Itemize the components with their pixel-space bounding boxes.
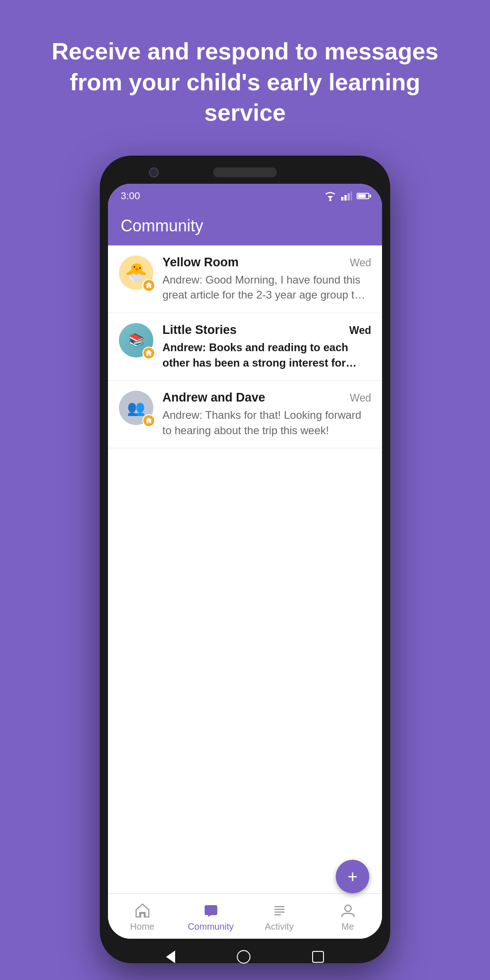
- nav-item-home[interactable]: Home: [108, 902, 176, 932]
- message-preview-yellow-room: Andrew: Good Morning, I have found this …: [162, 272, 371, 303]
- nav-item-me[interactable]: Me: [314, 902, 382, 932]
- svg-rect-12: [274, 914, 281, 916]
- avatar-container-yellow-room: 🐣: [119, 255, 155, 292]
- phone-body: 3:00: [100, 156, 390, 963]
- home-badge-little-stories: [142, 347, 155, 359]
- svg-rect-9: [274, 906, 284, 907]
- android-recents-button[interactable]: [312, 951, 324, 963]
- avatar-container-little-stories: 📚: [119, 323, 155, 359]
- svg-marker-0: [328, 196, 333, 199]
- nav-item-community[interactable]: Community: [176, 902, 245, 932]
- battery-icon: [357, 193, 369, 199]
- phone-top-bar: [108, 164, 382, 184]
- speaker: [213, 167, 277, 177]
- message-content-little-stories: Little Stories Wed Andrew: Books and rea…: [162, 323, 371, 370]
- svg-rect-3: [344, 195, 347, 201]
- app-header-title: Community: [121, 216, 369, 235]
- me-nav-label: Me: [342, 921, 354, 932]
- svg-rect-8: [207, 910, 213, 911]
- message-item-yellow-room[interactable]: 🐣 Yellow Room Wed: [108, 245, 382, 313]
- home-badge-yellow-room: [142, 279, 155, 292]
- svg-rect-10: [274, 909, 284, 910]
- status-time: 3:00: [121, 190, 140, 202]
- svg-point-13: [345, 905, 351, 911]
- app-header: Community: [108, 206, 382, 245]
- message-preview-little-stories: Andrew: Books and reading to each other …: [162, 340, 371, 370]
- activity-nav-label: Activity: [265, 921, 294, 932]
- svg-point-1: [329, 199, 332, 201]
- phone-bottom-bar: [108, 939, 382, 975]
- phone-screen: 3:00: [108, 184, 382, 939]
- screen-content: 🐣 Yellow Room Wed: [108, 245, 382, 939]
- wifi-icon: [324, 191, 337, 201]
- status-bar: 3:00: [108, 184, 382, 206]
- fab-compose-button[interactable]: +: [336, 860, 369, 893]
- phone-mockup: 3:00: [100, 156, 390, 980]
- home-nav-icon: [134, 902, 151, 919]
- message-name-andrew-dave: Andrew and Dave: [162, 391, 265, 405]
- svg-rect-7: [207, 908, 211, 909]
- message-date-yellow-room: Wed: [350, 257, 371, 269]
- svg-rect-11: [274, 911, 284, 913]
- message-top-row-little-stories: Little Stories Wed: [162, 323, 371, 337]
- hero-text: Receive and respond to messages from you…: [0, 0, 490, 156]
- message-content-andrew-dave: Andrew and Dave Wed Andrew: Thanks for t…: [162, 391, 371, 438]
- front-camera: [149, 167, 159, 177]
- message-top-row-yellow-room: Yellow Room Wed: [162, 255, 371, 270]
- fab-plus-icon: +: [348, 868, 358, 885]
- home-badge-andrew-dave: [142, 414, 155, 427]
- message-name-yellow-room: Yellow Room: [162, 255, 239, 270]
- svg-rect-2: [341, 197, 343, 201]
- message-date-andrew-dave: Wed: [350, 392, 371, 404]
- message-name-little-stories: Little Stories: [162, 323, 237, 337]
- message-item-little-stories[interactable]: 📚 Little Stories Wed: [108, 313, 382, 381]
- activity-nav-icon: [271, 902, 288, 919]
- community-nav-icon: [203, 902, 219, 919]
- messages-list: 🐣 Yellow Room Wed: [108, 245, 382, 893]
- home-nav-label: Home: [130, 921, 154, 932]
- bottom-navigation: Home Community: [108, 893, 382, 939]
- svg-rect-4: [348, 193, 350, 201]
- android-back-button[interactable]: [166, 951, 175, 963]
- avatar-container-andrew-dave: 👥: [119, 391, 155, 427]
- message-top-row-andrew-dave: Andrew and Dave Wed: [162, 391, 371, 405]
- message-date-little-stories: Wed: [349, 324, 371, 337]
- android-home-button[interactable]: [237, 950, 250, 964]
- signal-icon: [341, 191, 352, 201]
- message-item-andrew-dave[interactable]: 👥 Andrew and Dave Wed: [108, 381, 382, 448]
- community-nav-label: Community: [188, 921, 234, 932]
- nav-item-activity[interactable]: Activity: [245, 902, 314, 932]
- message-preview-andrew-dave: Andrew: Thanks for that! Looking forward…: [162, 407, 371, 438]
- me-nav-icon: [340, 902, 356, 919]
- message-content-yellow-room: Yellow Room Wed Andrew: Good Morning, I …: [162, 255, 371, 303]
- svg-rect-5: [351, 191, 352, 201]
- status-icons: [324, 191, 369, 201]
